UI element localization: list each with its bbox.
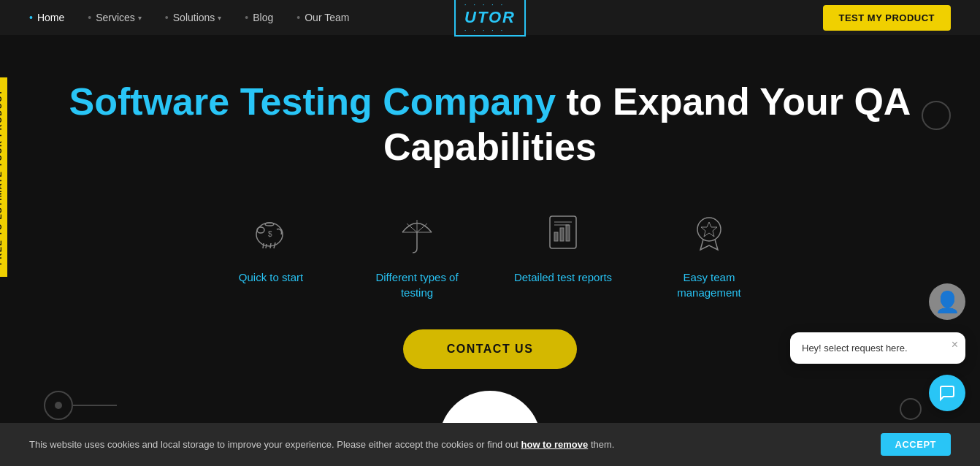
services-chevron-icon: ▾ <box>138 14 142 22</box>
chat-bubble: × Hey! select request here. <box>790 332 965 364</box>
features-row: $ Quick to start Di <box>161 207 819 300</box>
piggy-bank-svg: $ <box>249 210 293 254</box>
nav-solutions[interactable]: Solutions ▾ <box>165 12 222 23</box>
deco-dot <box>55 402 62 409</box>
chat-avatar-area: 👤 <box>929 283 965 320</box>
nav-links: Home Services ▾ Solutions ▾ Blog Our Tea… <box>29 12 823 23</box>
hero-headline: Software Testing Company to Expand Your … <box>58 79 922 170</box>
award-svg <box>687 210 731 254</box>
hero-section: Software Testing Company to Expand Your … <box>0 35 980 464</box>
svg-line-2 <box>274 242 275 248</box>
types-testing-icon <box>391 207 443 258</box>
side-estimate-banner[interactable]: FREE TO ESTIMATE YOUR PRODUCT <box>0 77 7 277</box>
nav-cta-button[interactable]: TEST MY PRODUCT <box>823 5 952 31</box>
solutions-chevron-icon: ▾ <box>218 14 221 22</box>
nav-blog[interactable]: Blog <box>245 12 273 23</box>
chat-open-button[interactable] <box>929 375 965 411</box>
quick-start-icon: $ <box>245 207 296 258</box>
types-testing-label: Different types of testing <box>366 270 468 300</box>
svg-point-1 <box>257 227 264 233</box>
deco-circle-top-right <box>922 101 951 130</box>
contact-us-button[interactable]: CONTACT US <box>403 329 578 369</box>
svg-rect-17 <box>566 225 570 241</box>
accept-cookies-button[interactable]: ACCEPT <box>881 433 951 456</box>
svg-text:$: $ <box>268 230 272 238</box>
navbar: Home Services ▾ Solutions ▾ Blog Our Tea… <box>0 0 980 35</box>
feature-test-reports: Detailed test reports <box>512 207 614 300</box>
cookie-remove-link[interactable]: how to remove <box>521 439 589 450</box>
site-logo[interactable]: · · · · · UTOR · · · · · <box>454 0 526 37</box>
svg-line-5 <box>263 243 264 248</box>
headline-highlight: Software Testing Company <box>69 80 556 123</box>
chat-icon <box>938 384 956 402</box>
chat-close-button[interactable]: × <box>952 338 958 351</box>
test-reports-label: Detailed test reports <box>514 270 612 285</box>
logo-text: UTOR <box>464 8 516 26</box>
nav-home[interactable]: Home <box>29 12 64 23</box>
test-reports-icon <box>537 207 589 258</box>
feature-types-testing: Different types of testing <box>366 207 468 300</box>
avatar-face-icon: 👤 <box>935 290 960 314</box>
feature-team-mgmt: Easy team management <box>658 207 760 300</box>
team-mgmt-label: Easy team management <box>658 270 760 300</box>
svg-rect-16 <box>560 228 564 241</box>
nav-services[interactable]: Services ▾ <box>88 12 142 23</box>
team-mgmt-icon <box>684 207 735 258</box>
report-svg <box>541 210 585 254</box>
logo-dots-top: · · · · · <box>464 1 516 8</box>
logo-dots-bottom: · · · · · <box>464 27 516 34</box>
chat-avatar: 👤 <box>929 283 965 320</box>
feature-quick-start: $ Quick to start <box>220 207 322 300</box>
deco-line-bottom-left <box>73 405 117 406</box>
quick-start-label: Quick to start <box>239 270 303 285</box>
svg-line-3 <box>266 244 267 248</box>
nav-our-team[interactable]: Our Team <box>296 12 349 23</box>
umbrella-svg <box>395 210 439 254</box>
deco-circle-bottom-left <box>44 391 73 420</box>
cookie-banner: This website uses cookies and local stor… <box>0 423 980 466</box>
svg-line-4 <box>270 243 271 248</box>
cookie-text: This website uses cookies and local stor… <box>29 439 866 450</box>
deco-circle-bottom-right <box>900 398 922 420</box>
svg-point-6 <box>265 223 274 226</box>
chat-message: Hey! select request here. <box>802 343 908 354</box>
svg-rect-15 <box>554 232 558 241</box>
svg-marker-21 <box>701 222 717 237</box>
